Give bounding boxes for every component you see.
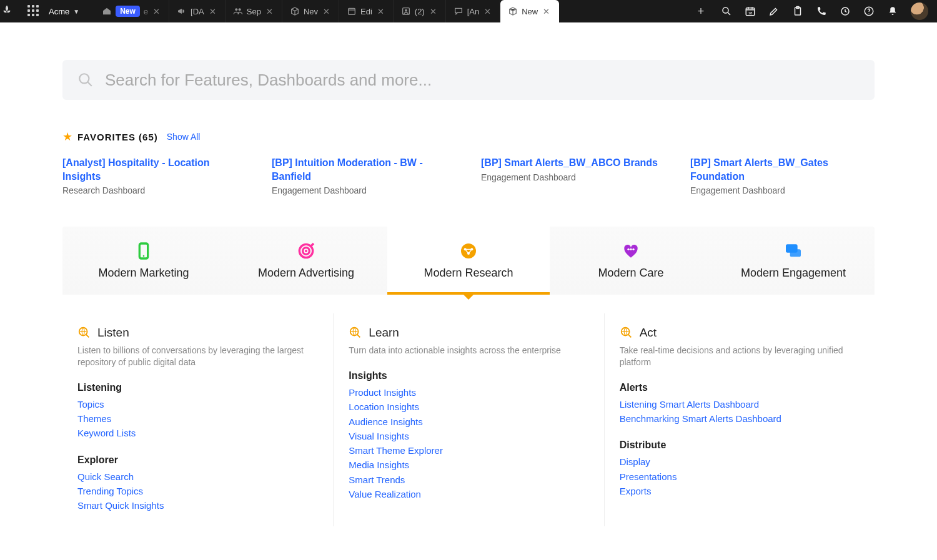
feature-column: ActTake real-time decisions and actions …	[604, 313, 875, 526]
category-tab[interactable]: Modern Care	[550, 227, 712, 295]
category-tab[interactable]: Modern Advertising	[225, 227, 387, 295]
favorite-title[interactable]: [Analyst] Hospitality - Location Insight…	[62, 156, 247, 183]
svg-rect-27	[790, 250, 801, 257]
tab-4[interactable]: Edi✕	[339, 0, 394, 22]
feature-link[interactable]: Media Insights	[349, 458, 585, 472]
favorite-card: [BP] Intuition Moderation - BW - Banfiel…	[272, 156, 456, 195]
group-heading: Insights	[349, 370, 585, 381]
tab-6[interactable]: [An✕	[446, 0, 501, 22]
svg-point-0	[235, 8, 237, 11]
feature-link[interactable]: Value Realization	[349, 487, 585, 501]
edit-icon[interactable]	[768, 6, 780, 17]
help-icon[interactable]	[863, 6, 875, 17]
tab-2[interactable]: Sep✕	[226, 0, 282, 22]
tab-0[interactable]: Newe✕	[94, 0, 169, 22]
close-icon[interactable]: ✕	[208, 7, 217, 16]
megaphone-icon	[177, 6, 187, 16]
group-heading: Distribute	[620, 440, 856, 451]
feature-link[interactable]: Location Insights	[349, 400, 585, 414]
svg-point-4	[405, 9, 407, 12]
favorite-title[interactable]: [BP] Smart Alerts_BW_Gates Foundation	[690, 156, 875, 183]
tab-5[interactable]: (2)✕	[394, 0, 446, 22]
feature-link[interactable]: Presentations	[620, 469, 856, 484]
category-tab[interactable]: Modern Engagement	[712, 227, 875, 295]
tab-label: Sep	[247, 7, 261, 16]
tab-strip: Newe✕[DA✕Sep✕Nev✕Edi✕(2)✕[An✕New✕	[94, 0, 690, 22]
globe-search-icon	[620, 326, 633, 340]
tab-7[interactable]: New✕	[500, 0, 559, 22]
close-icon[interactable]: ✕	[376, 7, 385, 16]
favorite-subtitle: Research Dashboard	[62, 185, 247, 195]
home-icon	[102, 6, 112, 16]
close-icon[interactable]: ✕	[322, 7, 331, 16]
category-label: Modern Engagement	[712, 267, 875, 280]
feature-link[interactable]: Smart Trends	[349, 473, 585, 487]
history-icon[interactable]	[840, 6, 851, 17]
tab-label: Edi	[360, 7, 372, 16]
workspace-switcher[interactable]: Acme ▼	[49, 7, 79, 16]
column-title: Act	[640, 326, 657, 340]
calendar-icon[interactable]: 18	[745, 6, 756, 17]
feature-link[interactable]: Exports	[620, 484, 856, 498]
tab-badge: New	[116, 6, 140, 17]
feature-link[interactable]: Product Insights	[349, 385, 585, 400]
globe-search-icon	[349, 326, 362, 340]
feature-link[interactable]: Visual Insights	[349, 429, 585, 443]
phone-icon[interactable]	[816, 6, 827, 17]
category-icon	[459, 241, 478, 261]
tab-3[interactable]: Nev✕	[282, 0, 339, 22]
favorite-card: [Analyst] Hospitality - Location Insight…	[62, 156, 247, 195]
user-avatar[interactable]	[911, 2, 928, 20]
search-input[interactable]	[105, 71, 860, 90]
feature-link[interactable]: Smart Quick Insights	[77, 498, 314, 513]
feature-link[interactable]: Benchmarking Smart Alerts Dashboard	[620, 411, 856, 426]
close-icon[interactable]: ✕	[265, 7, 274, 16]
svg-point-25	[632, 248, 634, 250]
category-label: Modern Care	[550, 267, 712, 280]
close-icon[interactable]: ✕	[542, 7, 551, 16]
svg-point-19	[461, 243, 476, 258]
tab-label: [DA	[191, 7, 204, 16]
chevron-down-icon: ▼	[73, 8, 79, 15]
brand-logo-icon	[0, 4, 14, 18]
favorite-title[interactable]: [BP] Intuition Moderation - BW - Banfiel…	[272, 156, 456, 183]
feature-link[interactable]: Keyword Lists	[77, 426, 314, 440]
close-icon[interactable]: ✕	[483, 7, 492, 16]
favorite-title[interactable]: [BP] Smart Alerts_BW_ABCO Brands	[481, 156, 665, 170]
feature-link[interactable]: Audience Insights	[349, 415, 585, 429]
feature-column: ListenListen to billions of conversation…	[62, 313, 333, 526]
feature-columns: ListenListen to billions of conversation…	[62, 313, 875, 526]
svg-point-15	[143, 255, 145, 257]
apps-grid-icon[interactable]	[27, 5, 40, 17]
feature-link[interactable]: Themes	[77, 411, 314, 426]
feature-link[interactable]: Quick Search	[77, 469, 314, 484]
link-group: ExplorerQuick SearchTrending TopicsSmart…	[77, 454, 314, 513]
favorites-grid: [Analyst] Hospitality - Location Insight…	[62, 156, 875, 195]
close-icon[interactable]: ✕	[152, 7, 161, 16]
tab-1[interactable]: [DA✕	[169, 0, 226, 22]
tab-label: Nev	[304, 7, 318, 16]
feature-link[interactable]: Smart Theme Explorer	[349, 443, 585, 458]
feature-link[interactable]: Trending Topics	[77, 484, 314, 498]
category-label: Modern Research	[387, 267, 550, 280]
feature-link[interactable]: Listening Smart Alerts Dashboard	[620, 397, 856, 411]
search-icon[interactable]	[721, 6, 732, 17]
close-icon[interactable]: ✕	[429, 7, 438, 16]
category-tab[interactable]: Modern Research	[387, 227, 550, 295]
favorite-card: [BP] Smart Alerts_BW_Gates FoundationEng…	[690, 156, 875, 195]
favorite-subtitle: Engagement Dashboard	[690, 185, 875, 195]
svg-point-18	[305, 250, 307, 252]
chat-icon	[454, 6, 464, 16]
favorites-show-all[interactable]: Show All	[167, 132, 201, 142]
new-tab-button[interactable]: +	[690, 5, 712, 18]
global-search[interactable]	[62, 60, 875, 100]
category-icon	[134, 241, 154, 261]
feature-link[interactable]: Display	[620, 454, 856, 469]
category-icon	[621, 241, 641, 261]
group-heading: Listening	[77, 382, 314, 393]
search-icon	[77, 72, 94, 88]
clipboard-icon[interactable]	[792, 6, 803, 17]
feature-link[interactable]: Topics	[77, 397, 314, 411]
bell-icon[interactable]	[887, 6, 898, 17]
category-tab[interactable]: Modern Marketing	[62, 227, 225, 295]
